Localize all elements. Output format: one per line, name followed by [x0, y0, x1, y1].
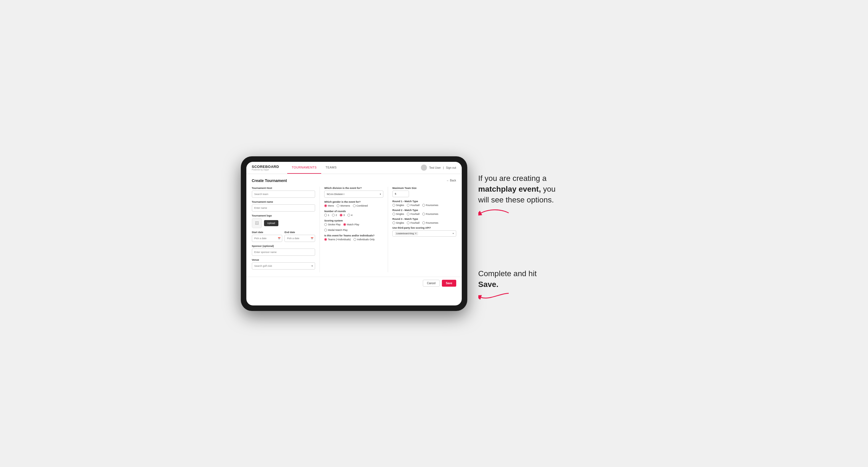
round2-foursomes-label: Foursomes [426, 213, 438, 215]
form-grid: Tournament Host Tournament name Tourname… [252, 187, 456, 272]
gender-combined-label: Combined [356, 205, 368, 207]
api-dropdown-icon[interactable]: ▾ [453, 232, 454, 235]
round1-foursomes-label: Foursomes [426, 204, 438, 207]
api-tag: Leaderboard King ✕ [395, 232, 418, 235]
max-team-size-input[interactable]: 5 [393, 191, 409, 197]
start-date-wrapper [252, 235, 282, 242]
header-user: Test User [429, 166, 441, 169]
app-header: SCOREBOARD Powered by clippit TOURNAMENT… [246, 162, 462, 174]
venue-input[interactable] [252, 262, 315, 270]
max-team-size-field: Maximum Team Size 5 [393, 187, 456, 197]
gender-field: Which gender is the event for? Mens Wome… [324, 200, 383, 207]
round3-singles[interactable]: Singles [393, 221, 404, 224]
scoring-match[interactable]: Match Play [343, 223, 359, 226]
start-date-input[interactable] [252, 235, 282, 242]
tournament-name-input[interactable] [252, 205, 315, 212]
event-for-teams[interactable]: Teams (+Individuals) [324, 238, 351, 241]
round2-singles-label: Singles [396, 213, 404, 215]
gender-womens[interactable]: Womens [337, 205, 350, 207]
arrow-bottom-icon [478, 292, 512, 303]
sponsor-input[interactable] [252, 249, 315, 256]
api-tag-remove[interactable]: ✕ [415, 232, 417, 235]
round3-singles-label: Singles [396, 221, 404, 224]
tab-tournaments[interactable]: TOURNAMENTS [287, 162, 321, 174]
round2-radio-group: Singles Fourball Foursomes [393, 213, 456, 215]
tournament-logo-field: Tournament logo 🖼 Upload [252, 214, 315, 228]
annotation-bottom-bold: Save. [478, 280, 498, 289]
event-for-radio-group: Teams (+Individuals) Individuals Only [324, 238, 383, 241]
form-footer: Cancel Save [246, 277, 462, 289]
tournament-host-field: Tournament Host [252, 187, 315, 198]
round3-foursomes[interactable]: Foursomes [422, 221, 438, 224]
arrow-top-wrapper [478, 208, 627, 218]
gender-womens-label: Womens [340, 205, 350, 207]
annotation-top-section: If you are creating a matchplay event, y… [478, 173, 627, 219]
scoring-label: Scoring system [324, 219, 383, 222]
gender-mens[interactable]: Mens [324, 205, 334, 207]
header-right: Test User | Sign out [421, 165, 456, 171]
round1-match-type-title: Round 1 - Match Type [393, 200, 456, 203]
rounds-4[interactable]: 4 [347, 214, 352, 217]
start-date-field: Start date [252, 231, 282, 242]
division-field: Which division is the event for? NCAA Di… [324, 187, 383, 198]
logo-placeholder: 🖼 [252, 218, 262, 228]
event-for-individuals[interactable]: Individuals Only [353, 238, 375, 241]
event-for-teams-label: Teams (+Individuals) [328, 238, 351, 241]
annotation-top-bold: matchplay event, [478, 185, 541, 193]
rounds-1[interactable]: 1 [324, 214, 329, 217]
round3-fourball[interactable]: Fourball [407, 221, 420, 224]
save-button[interactable]: Save [442, 280, 456, 287]
end-date-input[interactable] [284, 235, 315, 242]
event-for-individuals-label: Individuals Only [357, 238, 375, 241]
scoring-medal-label: Medal Match Play [328, 229, 348, 231]
rounds-2-label: 2 [336, 214, 337, 217]
gender-label: Which gender is the event for? [324, 200, 383, 203]
end-date-field: End date [284, 231, 315, 242]
annotation-area: If you are creating a matchplay event, y… [478, 156, 627, 303]
round1-fourball[interactable]: Fourball [407, 204, 420, 207]
scoring-medal[interactable]: Medal Match Play [324, 229, 348, 231]
venue-field: Venue [252, 258, 315, 270]
gender-combined[interactable]: Combined [353, 205, 368, 207]
page-title: Create Tournament [252, 178, 287, 183]
rounds-radio-group: 1 2 3 [324, 214, 383, 217]
annotation-top-text: If you are creating a matchplay event, y… [478, 173, 567, 206]
tournament-name-field: Tournament name [252, 200, 315, 212]
division-select[interactable]: NCAA Division I NCAA Division II NCAA Di… [324, 191, 383, 198]
logo-upload-area: 🖼 Upload [252, 218, 315, 228]
round1-singles[interactable]: Singles [393, 204, 404, 207]
round2-foursomes[interactable]: Foursomes [422, 213, 438, 215]
rounds-2[interactable]: 2 [332, 214, 337, 217]
scoring-radio-group: Stroke Play Match Play Medal Match Play [324, 223, 383, 231]
round2-singles[interactable]: Singles [393, 213, 404, 215]
rounds-label: Number of rounds [324, 210, 383, 213]
api-select-wrapper[interactable]: Leaderboard King ✕ ▾ [393, 230, 456, 237]
round3-match-type-field: Round 3 - Match Type Singles Fourball [393, 218, 456, 224]
round1-foursomes[interactable]: Foursomes [422, 204, 438, 207]
end-date-label: End date [284, 231, 315, 234]
tournament-name-label: Tournament name [252, 200, 315, 203]
division-label: Which division is the event for? [324, 187, 383, 189]
gender-mens-label: Mens [328, 205, 334, 207]
round2-fourball[interactable]: Fourball [407, 213, 420, 215]
end-date-wrapper [284, 235, 315, 242]
rounds-3[interactable]: 3 [340, 214, 345, 217]
third-party-api-label: Use third-party live scoring API? [393, 226, 456, 229]
back-button[interactable]: ← Back [446, 179, 456, 182]
tournament-host-input[interactable] [252, 191, 315, 198]
annotation-bottom-section: Complete and hit Save. [478, 268, 627, 303]
rounds-1-label: 1 [328, 214, 329, 217]
start-date-label: Start date [252, 231, 282, 234]
scoring-match-label: Match Play [347, 223, 359, 226]
rounds-field: Number of rounds 1 2 [324, 210, 383, 217]
form-col-2: Which division is the event for? NCAA Di… [320, 187, 388, 272]
round1-singles-label: Singles [396, 204, 404, 207]
tab-teams[interactable]: TEAMS [321, 162, 341, 174]
tournament-host-label: Tournament Host [252, 187, 315, 189]
upload-button[interactable]: Upload [264, 220, 279, 226]
round2-match-type-field: Round 2 - Match Type Singles Fourball [393, 209, 456, 215]
scoring-stroke[interactable]: Stroke Play [324, 223, 341, 226]
cancel-button[interactable]: Cancel [423, 280, 440, 287]
logo-text: SCOREBOARD [252, 165, 279, 169]
sign-out-link[interactable]: Sign out [446, 166, 456, 169]
